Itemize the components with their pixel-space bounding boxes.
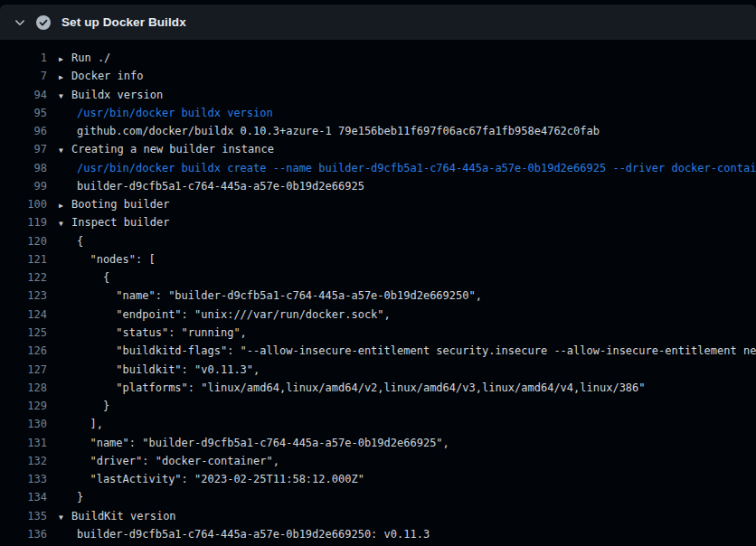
log-text: "endpoint": "unix:///var/run/docker.sock… [71,306,391,324]
group-title: Docker info [71,67,143,85]
chevron-down-icon[interactable] [13,15,27,30]
group-title: BuildKit version [71,507,176,525]
log-line: 134} [0,488,756,506]
triangle-right-icon[interactable]: ▶ [59,51,71,69]
log-text: "buildkitd-flags": "--allow-insecure-ent… [71,342,756,360]
line-number: 129 [0,397,47,415]
log-line: 122 { [0,268,756,287]
line-number: 123 [0,287,47,305]
log-line: 124 "endpoint": "unix:///var/run/docker.… [0,306,756,324]
log-line: 129 } [0,397,756,415]
log-line: 133 "lastActivity": "2023-02-25T11:58:12… [0,470,756,488]
line-number: 100 [0,195,47,213]
line-number: 122 [0,268,47,287]
log-text: "platforms": "linux/amd64,linux/amd64/v2… [71,379,646,397]
log-line: 121 "nodes": [ [0,250,756,268]
log-group-line[interactable]: 100▶Booting builder [0,195,756,213]
log-text: /usr/bin/docker buildx create --name bui… [71,159,756,177]
log-line: 96github.com/docker/buildx 0.10.3+azure-… [0,122,756,140]
line-number: 7 [0,67,47,85]
line-number: 135 [0,507,47,525]
log-text: "name": "builder-d9cfb5a1-c764-445a-a57e… [71,434,449,452]
group-title: Creating a new builder instance [71,140,274,158]
log-text: { [71,268,109,287]
log-text: "nodes": [ [71,250,156,268]
log-text: "status": "running", [71,324,247,342]
log-text: ], [71,415,103,433]
log-line: 130 ], [0,415,756,433]
log-group-line[interactable]: 119▼Inspect builder [0,213,756,231]
line-number: 1 [0,49,47,67]
group-title: Booting builder [71,195,169,213]
triangle-down-icon[interactable]: ▼ [59,215,71,233]
triangle-right-icon[interactable]: ▶ [59,69,71,87]
log-line: 131 "name": "builder-d9cfb5a1-c764-445a-… [0,434,756,452]
line-number: 124 [0,306,47,324]
log-line: 98/usr/bin/docker buildx create --name b… [0,159,756,177]
log-line: 95/usr/bin/docker buildx version [0,104,756,122]
log-text: "driver": "docker-container", [71,452,279,470]
log-line: 99builder-d9cfb5a1-c764-445a-a57e-0b19d2… [0,177,756,195]
log-text: /usr/bin/docker buildx version [71,104,273,122]
line-number: 98 [0,159,47,177]
line-number: 131 [0,434,47,452]
line-number: 120 [0,232,47,250]
group-title: Buildx version [71,86,163,104]
log-line: 128 "platforms": "linux/amd64,linux/amd6… [0,379,756,397]
line-number: 99 [0,177,47,195]
log-group-line[interactable]: 7▶Docker info [0,67,756,85]
line-number: 127 [0,361,47,379]
log-line: 127 "buildkit": "v0.11.3", [0,361,756,379]
line-number: 121 [0,250,47,268]
step-title: Set up Docker Buildx [61,15,186,29]
line-number: 134 [0,488,47,506]
log-text: } [71,488,83,506]
line-number: 132 [0,452,47,470]
log-group-line[interactable]: 1▶Run ./ [0,49,756,67]
log-line: 123 "name": "builder-d9cfb5a1-c764-445a-… [0,287,756,305]
log-line: 126 "buildkitd-flags": "--allow-insecure… [0,342,756,360]
log-text: "lastActivity": "2023-02-25T11:58:12.000… [71,470,364,488]
log-text: { [71,232,83,250]
group-title: Run ./ [71,49,110,67]
log-line: 136builder-d9cfb5a1-c764-445a-a57e-0b19d… [0,525,756,543]
triangle-right-icon[interactable]: ▶ [59,197,71,215]
log-lines: 1▶Run ./7▶Docker info94▼Buildx version95… [0,40,756,546]
line-number: 94 [0,86,47,104]
triangle-down-icon[interactable]: ▼ [59,88,71,106]
line-number: 95 [0,104,47,122]
line-number: 130 [0,415,47,433]
actions-log-viewer: Set up Docker Buildx 1▶Run ./7▶Docker in… [0,0,756,546]
log-text: builder-d9cfb5a1-c764-445a-a57e-0b19d2e6… [71,177,364,195]
log-line: 120{ [0,232,756,250]
log-text: github.com/docker/buildx 0.10.3+azure-1 … [71,122,600,140]
log-text: "buildkit": "v0.11.3", [71,361,260,379]
triangle-down-icon[interactable]: ▼ [59,142,71,160]
step-header[interactable]: Set up Docker Buildx [0,5,756,40]
group-title: Inspect builder [71,213,169,231]
line-number: 136 [0,525,47,543]
line-number: 96 [0,122,47,140]
log-text: "name": "builder-d9cfb5a1-c764-445a-a57e… [71,287,482,305]
line-number: 133 [0,470,47,488]
log-group-line[interactable]: 94▼Buildx version [0,86,756,104]
triangle-down-icon[interactable]: ▼ [59,509,71,527]
line-number: 125 [0,324,47,342]
log-group-line[interactable]: 97▼Creating a new builder instance [0,140,756,158]
line-number: 128 [0,379,47,397]
log-text: builder-d9cfb5a1-c764-445a-a57e-0b19d2e6… [71,525,430,543]
log-line: 125 "status": "running", [0,324,756,342]
log-text: } [71,397,109,415]
log-group-line[interactable]: 135▼BuildKit version [0,507,756,525]
line-number: 97 [0,140,47,158]
line-number: 119 [0,213,47,231]
log-line: 132 "driver": "docker-container", [0,452,756,470]
line-number: 126 [0,342,47,360]
check-circle-icon [36,15,51,30]
